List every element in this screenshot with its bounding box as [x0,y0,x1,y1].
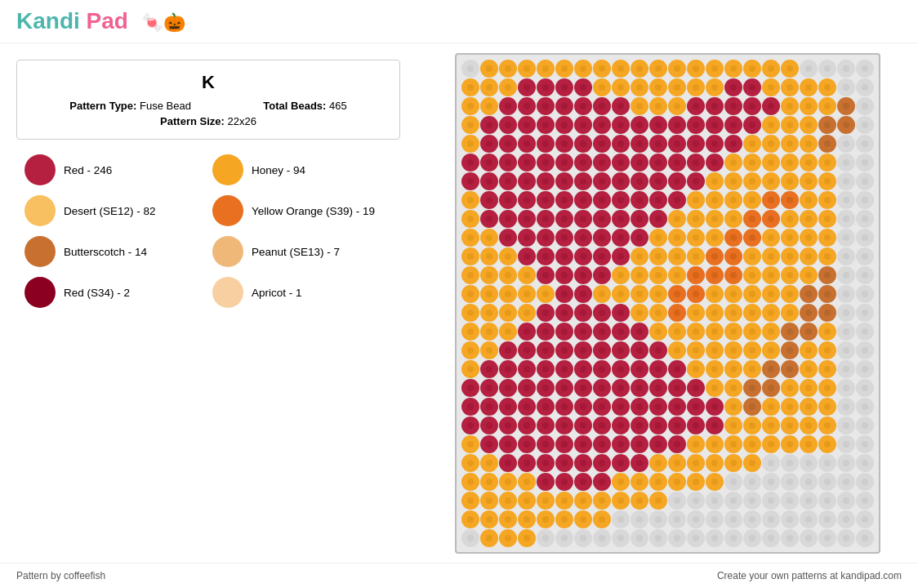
pixel-cell [687,304,705,322]
pixel-cell [649,473,667,491]
pixel-cell [631,416,648,434]
pixel-cell [668,323,686,341]
pixel-cell [668,60,686,78]
pixel-cell [818,154,836,172]
pixel-cell [706,116,724,134]
pixel-cell [724,266,742,284]
pixel-cell [724,154,742,172]
pixel-cell [574,492,592,510]
pixel-cell [499,304,517,322]
pixel-cell [781,210,799,228]
bead-color-label: Red - 246 [64,164,112,176]
pixel-cell [555,135,573,153]
pixel-cell [668,473,686,491]
pixel-cell [461,454,479,472]
pixel-cell [574,285,592,303]
pixel-cell [818,379,836,397]
pixel-cell [461,78,479,96]
pixel-cell [631,135,648,153]
pixel-cell [856,416,874,434]
pixel-cell [480,379,498,397]
pixel-cell [499,473,517,491]
pixel-cell [724,78,742,96]
pixel-cell [593,191,611,209]
pixel-cell [574,416,592,434]
pixel-cell [743,529,761,547]
pixel-cell [743,341,761,359]
pixel-cell [499,454,517,472]
pixel-cell [518,492,536,510]
pixel-cell [537,341,555,359]
pixel-cell [743,435,761,453]
pixel-cell [724,304,742,322]
pixel-cell [461,416,479,434]
pixel-cell [706,78,724,96]
pixel-cell [687,116,705,134]
pixel-cell [518,360,536,378]
pixel-cell [706,435,724,453]
pixel-cell [518,60,536,78]
pixel-cell [461,172,479,190]
pixel-cell [687,266,705,284]
pixel-cell [574,78,592,96]
pixel-cell [818,60,836,78]
pixel-cell [537,60,555,78]
pixel-cell [537,135,555,153]
pixel-cell [649,191,667,209]
pixel-cell [631,323,648,341]
pixel-cell [574,379,592,397]
pixel-cell [499,210,517,228]
pixel-cell [631,247,648,265]
pixel-cell [781,360,799,378]
pixel-cell [461,473,479,491]
pixel-cell [461,60,479,78]
pixel-cell [593,529,611,547]
pixel-cell [480,529,498,547]
pixel-cell [537,416,555,434]
pixel-cell [762,379,780,397]
pixel-cell [837,172,855,190]
pixel-cell [499,78,517,96]
pixel-cell [800,529,818,547]
pixel-cell [687,210,705,228]
pixel-cell [574,172,592,190]
pixel-cell [499,323,517,341]
pixel-cell [687,454,705,472]
pixel-cell [499,135,517,153]
pixel-cell [687,154,705,172]
pixel-cell [762,135,780,153]
pixel-cell [612,229,630,247]
pixel-cell [800,454,818,472]
pixel-cell [668,341,686,359]
pixel-cell [800,473,818,491]
pixel-cell [687,60,705,78]
pixel-cell [555,435,573,453]
pixel-cell [724,529,742,547]
pixel-cell [837,266,855,284]
pixel-cell [837,323,855,341]
pixel-cell [800,435,818,453]
pixel-cell [706,60,724,78]
pixel-cell [461,510,479,528]
pixel-cell [856,247,874,265]
pixel-cell [856,191,874,209]
pixel-cell [856,116,874,134]
pixel-cell [762,78,780,96]
pixel-cell [818,266,836,284]
pixel-cell [762,416,780,434]
pixel-cell [612,97,630,115]
pixel-cell [574,304,592,322]
left-panel: K Pattern Type: Fuse Bead Total Beads: 4… [0,43,417,563]
bead-color-label: Desert (SE12) - 82 [64,205,156,217]
pixel-cell [593,210,611,228]
pixel-cell [574,360,592,378]
pixel-cell [480,247,498,265]
pixel-cell [499,229,517,247]
pixel-cell [800,285,818,303]
pixel-cell [668,304,686,322]
pixel-cell [461,135,479,153]
pixel-cell [762,492,780,510]
pixel-cell [461,266,479,284]
pixel-cell [612,285,630,303]
pixel-cell [743,60,761,78]
